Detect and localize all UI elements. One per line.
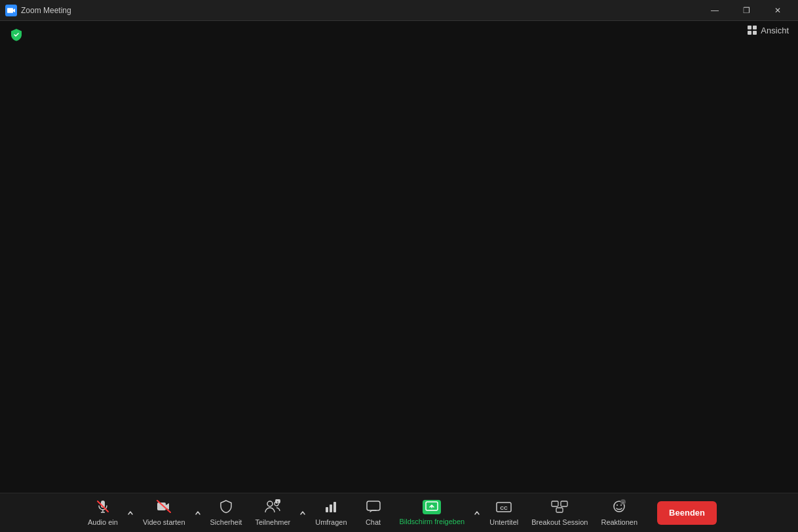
ansicht-label: Ansicht: [761, 26, 789, 35]
video-label: Video starten: [143, 519, 185, 526]
participants-chevron-button[interactable]: [297, 493, 309, 532]
svg-text:1: 1: [277, 501, 279, 504]
security-group: Sicherheit: [204, 493, 249, 532]
end-meeting-button[interactable]: Beenden: [657, 501, 717, 525]
video-group: Video starten: [136, 493, 204, 532]
svg-rect-17: [333, 502, 336, 512]
security-label: Sicherheit: [210, 519, 242, 526]
subtitle-button[interactable]: CC Untertitel: [483, 493, 525, 532]
security-button[interactable]: Sicherheit: [204, 493, 249, 532]
participants-group: 1 Teilnehmer: [248, 493, 309, 532]
window-controls: — ❐ ✕: [700, 0, 793, 21]
svg-rect-4: [753, 31, 757, 35]
svg-rect-2: [753, 26, 757, 29]
chevron-up-video-icon: [195, 510, 201, 516]
breakout-button[interactable]: Breakout Session: [525, 493, 594, 532]
polls-button[interactable]: Umfragen: [309, 493, 353, 532]
chat-icon: [366, 499, 381, 516]
share-chevron-button[interactable]: [471, 493, 483, 532]
breakout-label: Breakout Session: [531, 519, 588, 526]
video-button[interactable]: Video starten: [136, 493, 192, 532]
muted-video-icon: [156, 499, 172, 516]
title-bar: Zoom Meeting — ❐ ✕: [0, 0, 798, 21]
ansicht-button[interactable]: Ansicht: [747, 25, 789, 35]
close-button[interactable]: ✕: [763, 0, 793, 21]
reactions-group: + Reaktionen: [594, 493, 644, 532]
svg-rect-22: [552, 501, 558, 506]
security-shield-icon: [9, 28, 24, 45]
chevron-up-icon: [127, 510, 134, 516]
meeting-content-area: [0, 21, 798, 493]
share-screen-icon: [423, 500, 441, 516]
breakout-icon: [551, 499, 568, 516]
audio-label: Audio ein: [88, 519, 118, 526]
svg-rect-24: [556, 508, 563, 512]
svg-point-11: [267, 501, 273, 506]
svg-point-26: [617, 504, 618, 506]
svg-rect-18: [367, 501, 380, 510]
chevron-up-share-icon: [474, 510, 480, 516]
shield-toolbar-icon: [219, 499, 233, 516]
reactions-icon: +: [611, 499, 627, 516]
share-screen-button[interactable]: Bildschirm freigeben: [393, 493, 472, 532]
polls-group: Umfragen: [309, 493, 353, 532]
share-screen-label: Bildschirm freigeben: [400, 518, 465, 525]
chat-button[interactable]: Chat: [354, 493, 393, 532]
svg-text:CC: CC: [500, 505, 508, 511]
chat-label: Chat: [366, 519, 381, 526]
chat-group: Chat: [354, 493, 393, 532]
svg-rect-15: [326, 507, 328, 512]
polls-label: Umfragen: [315, 519, 347, 526]
chevron-up-participants-icon: [299, 510, 306, 516]
svg-rect-3: [748, 31, 751, 35]
svg-text:+: +: [622, 501, 624, 504]
meeting-toolbar: Audio ein Video starten: [0, 493, 798, 532]
breakout-group: Breakout Session: [525, 493, 594, 532]
svg-rect-23: [561, 501, 567, 506]
minimize-button[interactable]: —: [700, 0, 730, 21]
polls-icon: [324, 499, 338, 516]
participants-label: Teilnehmer: [255, 519, 290, 526]
muted-mic-icon: [96, 499, 110, 516]
title-bar-left: Zoom Meeting: [5, 5, 71, 16]
window-title: Zoom Meeting: [21, 6, 71, 15]
audio-button[interactable]: Audio ein: [81, 493, 124, 532]
subtitle-group: CC Untertitel: [483, 493, 525, 532]
video-chevron-button[interactable]: [192, 493, 204, 532]
svg-rect-16: [330, 504, 332, 512]
reactions-button[interactable]: + Reaktionen: [594, 493, 644, 532]
zoom-logo-icon: [5, 5, 17, 16]
audio-group: Audio ein: [81, 493, 136, 532]
grid-icon: [747, 25, 757, 35]
subtitle-label: Untertitel: [489, 519, 518, 526]
participants-icon: 1: [264, 499, 281, 516]
maximize-button[interactable]: ❐: [731, 0, 761, 21]
cc-icon: CC: [495, 499, 512, 516]
svg-rect-1: [748, 26, 751, 29]
share-group: Bildschirm freigeben: [393, 493, 484, 532]
participants-button[interactable]: 1 Teilnehmer: [248, 493, 297, 532]
svg-point-27: [620, 504, 622, 506]
reactions-label: Reaktionen: [601, 519, 637, 526]
audio-chevron-button[interactable]: [124, 493, 136, 532]
